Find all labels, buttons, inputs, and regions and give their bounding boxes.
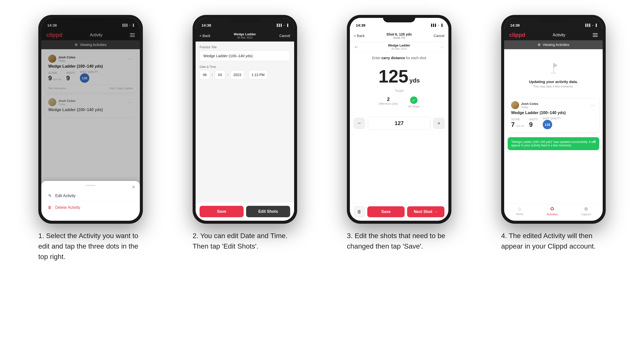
sheet-handle-1 — [86, 185, 96, 186]
score-display-4: 7 OUT OF — [511, 121, 524, 129]
hit-target-icon: ✓ — [410, 96, 418, 104]
caption-4: 4. The edited Activity will then appear … — [501, 231, 606, 252]
phone-notch-3 — [383, 15, 415, 22]
date-year-input[interactable]: 2023 — [230, 70, 244, 80]
hamburger-icon-4[interactable] — [593, 33, 598, 37]
edit-shots-button[interactable]: Edit Shots — [246, 206, 290, 217]
form-header-sub-2: 06 Mar 2023 — [234, 36, 256, 39]
bottom-nav-4: ⌂ Home ♻ Activities ⊕ Capture — [504, 203, 603, 221]
distance-unit-3: yds — [410, 77, 420, 84]
trash-button-3[interactable]: 🗑 — [354, 206, 365, 217]
quality-badge-4: 118 — [543, 120, 552, 129]
edit-activity-item[interactable]: ✎ Edit Activity — [46, 190, 135, 202]
status-time-2: 14:38 — [202, 23, 211, 27]
caption-text-4: 4. The edited Activity will then appear … — [501, 232, 596, 250]
header-title-4: Activity — [553, 33, 565, 37]
form-body-2: Practice Title Wedge Ladder (100–140 yds… — [196, 41, 294, 202]
cancel-btn-3[interactable]: Cancel — [434, 34, 444, 38]
battery-icon-3: ▐ — [440, 24, 442, 27]
trash-icon-1: 🗑 — [47, 205, 52, 210]
time-value: 1:13 PM — [252, 73, 264, 77]
nav-activities-4[interactable]: ♻ Activities — [547, 206, 558, 216]
date-month-value: 03 — [218, 73, 222, 77]
phone-4-container: 14:38 ▌▌▌ ⌐ ▐ clippd Activity ⚙ — [484, 15, 623, 252]
score-group-4: Score 7 OUT OF — [511, 118, 524, 129]
back-btn-3[interactable]: < Back — [354, 34, 364, 38]
signal-icon-2: ▌▌▌ — [277, 24, 282, 27]
phone-3-inner: 14:39 ▌▌▌ ⌐ ▐ < Back Shot 6, 125 yds Sco… — [350, 18, 448, 221]
difference-val: 2 — [379, 96, 398, 102]
toast-close-4[interactable]: ✕ — [593, 139, 596, 144]
activity-card-4[interactable]: Josh Coles Today ··· Wedge Ladder (100–1… — [508, 98, 599, 132]
svg-marker-1 — [554, 63, 558, 68]
phones-row: 14:38 ▌▌▌ ⌐ ▐ clippd Activity — [21, 15, 623, 262]
wifi-icon-2: ⌐ — [284, 24, 285, 27]
signal-icon-3: ▌▌▌ — [431, 24, 437, 27]
nav-home-label-4: Home — [516, 212, 523, 215]
status-icons-3: ▌▌▌ ⌐ ▐ — [431, 24, 442, 27]
svg-point-3 — [551, 73, 556, 74]
loading-title-4: Updating your activity data. — [529, 80, 578, 84]
shot-title-3: Shot 6, 125 yds — [386, 32, 412, 36]
status-time-4: 14:38 — [510, 23, 520, 27]
battery-icon-4: ▐ — [595, 24, 597, 27]
phone-1-container: 14:38 ▌▌▌ ⌐ ▐ clippd Activity — [21, 15, 160, 262]
sheet-close-1[interactable]: ✕ — [132, 184, 135, 190]
next-arrow-3[interactable]: → — [439, 44, 444, 50]
golf-icon-4 — [545, 59, 562, 77]
back-btn-2[interactable]: < Back — [200, 34, 210, 38]
caption-2: 2. You can edit Date and Time. Then tap … — [192, 231, 297, 252]
time-input[interactable]: 1:13 PM — [248, 70, 268, 80]
phone-2-container: 14:38 ▌▌▌ ⌐ ▐ < Back Wedge Ladder 06 Mar… — [175, 15, 314, 252]
battery-icon-2: ▐ — [286, 24, 288, 27]
prev-arrow-3[interactable]: ← — [354, 44, 359, 50]
date-month-input[interactable]: 03 — [215, 70, 225, 80]
delete-activity-item[interactable]: 🗑 Delete Activity — [46, 202, 135, 213]
avatar-4 — [511, 101, 519, 109]
save-button-2[interactable]: Save — [200, 206, 244, 217]
dots-menu-4[interactable]: ··· — [590, 103, 596, 108]
phone-4: 14:38 ▌▌▌ ⌐ ▐ clippd Activity ⚙ — [501, 15, 606, 224]
phone-4-inner: 14:38 ▌▌▌ ⌐ ▐ clippd Activity ⚙ — [504, 18, 603, 221]
home-icon-4: ⌂ — [518, 206, 521, 211]
cancel-btn-2[interactable]: Cancel — [279, 34, 290, 38]
shot-input-val-3[interactable]: 127 — [368, 117, 430, 130]
shot-details-3: 2 Difference (yds) ✓ Hit Target — [379, 96, 420, 108]
filter-icon-4: ⚙ — [538, 43, 541, 47]
toast-message-4: "Wedge Ladder (100–140 yds)" was updated… — [511, 140, 596, 147]
score-num-4: 7 — [511, 121, 514, 129]
next-shot-button-3[interactable]: Next Shot → — [407, 206, 444, 217]
shots-group-4: Shots 9 — [529, 118, 538, 129]
nav-capture-4[interactable]: ⊕ Capture — [581, 206, 591, 216]
card-title-4: Wedge Ladder (100–140 yds) — [511, 111, 596, 115]
practice-title-label: Practice Title — [200, 45, 290, 49]
user-name-4: Josh Coles — [521, 102, 538, 106]
score-label-4: Score — [511, 118, 524, 121]
shot-score-3: Score 7/9 — [386, 36, 412, 39]
distance-display-3: 125 yds — [378, 67, 420, 85]
distance-label-3: Target — [395, 89, 404, 92]
shot-action-row-3: 🗑 Save Next Shot → — [350, 202, 448, 221]
practice-title-input[interactable]: Wedge Ladder (100–140 yds) — [200, 50, 290, 61]
increment-button-3[interactable]: + — [434, 118, 444, 129]
user-time-4: Today — [521, 106, 538, 109]
next-shot-label-3: Next Shot — [414, 209, 432, 214]
shot-header-3: < Back Shot 6, 125 yds Score 7/9 Cancel — [350, 30, 448, 42]
nav-home-4[interactable]: ⌂ Home — [516, 206, 523, 216]
phone-2-inner: 14:38 ▌▌▌ ⌐ ▐ < Back Wedge Ladder 06 Mar… — [196, 18, 294, 221]
card-header-4: Josh Coles Today ··· — [511, 101, 596, 109]
shot-center-3: Shot 6, 125 yds Score 7/9 — [386, 32, 412, 39]
shot-input-row-3: − 127 + — [354, 117, 444, 130]
date-year-value: 2023 — [234, 73, 241, 77]
form-header-title-2: Wedge Ladder — [234, 32, 256, 36]
phone-notch-2 — [229, 15, 261, 22]
signal-icon-4: ▌▌▌ — [585, 24, 591, 27]
next-arrow-icon: → — [434, 209, 438, 214]
date-sep-2: / — [227, 70, 228, 80]
date-day-input[interactable]: 06 — [200, 70, 210, 80]
header-center-2: Wedge Ladder 06 Mar 2023 — [234, 32, 256, 39]
loading-section-4: Updating your activity data. This may ta… — [508, 52, 599, 93]
decrement-button-3[interactable]: − — [354, 118, 365, 129]
save-shot-button-3[interactable]: Save — [367, 206, 404, 217]
quality-label-4: Shot Quality — [543, 117, 561, 120]
